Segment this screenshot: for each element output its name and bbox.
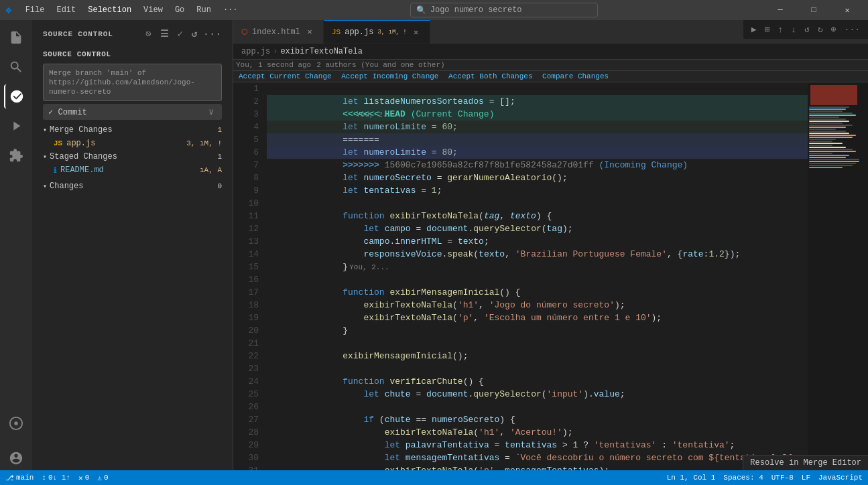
code-line-15[interactable] — [267, 261, 808, 273]
code-line-8[interactable]: let tentativas = 1; — [267, 171, 808, 184]
account-icon[interactable] — [4, 446, 28, 470]
code-line-19[interactable]: } — [267, 311, 808, 324]
redo-button[interactable]: ↻ — [815, 23, 826, 36]
code-line-14[interactable]: } — [267, 248, 808, 261]
window-minimize-button[interactable]: — — [765, 0, 796, 20]
code-editor[interactable]: 1 2 3 4 5 6 7 8 9 10 11 12 13 14 — [233, 82, 808, 470]
line-numbers: 1 2 3 4 5 6 7 8 9 10 11 12 13 14 — [233, 82, 267, 470]
branch-indicator[interactable]: ⎇ main — [5, 474, 34, 482]
accept-incoming-change-button[interactable]: Accept Incoming Change — [341, 72, 438, 80]
file-md-icon: ℹ — [54, 166, 56, 175]
code-line-20[interactable] — [267, 324, 808, 337]
line-ending-indicator[interactable]: LF — [802, 474, 810, 482]
window-close-button[interactable]: ✕ — [832, 0, 863, 20]
merge-file-name: app.js — [66, 139, 182, 148]
code-line-5[interactable]: let numeroLimite = 80; — [267, 133, 808, 146]
commit-message-box[interactable]: Merge branch 'main' of https://github.co… — [43, 64, 222, 101]
code-line-25[interactable] — [267, 388, 808, 401]
code-line-9[interactable] — [267, 184, 808, 197]
code-line-11[interactable]: let campo = document.querySelector(tag); — [267, 210, 808, 222]
scm-header: SOURCE CONTROL — [38, 48, 227, 61]
merge-changes-file-appjs[interactable]: JS app.js 3, ıM, ! — [38, 137, 227, 149]
more-editor-options-icon[interactable]: ··· — [842, 23, 863, 36]
menu-selection[interactable]: Selection — [82, 4, 137, 16]
breadcrumb-function[interactable]: exibirTextoNaTela — [280, 47, 362, 56]
commit-button-row[interactable]: ✓ Commit ∨ — [43, 104, 222, 120]
language-indicator[interactable]: JavaScript — [818, 474, 863, 482]
split-editor-button[interactable]: ⊞ — [762, 23, 773, 36]
code-line-26[interactable]: if (chute == numeroSecreto) { — [267, 401, 808, 413]
code-line-30[interactable]: exibirTextoNaTela('p', mensagemTentativa… — [267, 452, 808, 464]
menu-view[interactable]: View — [138, 4, 168, 16]
tab-html-close-button[interactable]: ✕ — [304, 27, 315, 38]
code-line-22[interactable] — [267, 350, 808, 362]
line-column-indicator[interactable]: Ln 1, Col 1 — [667, 474, 716, 482]
window-maximize-button[interactable]: □ — [798, 0, 829, 20]
menu-go[interactable]: Go — [170, 4, 190, 16]
spaces-indicator[interactable]: Spaces: 4 — [723, 474, 763, 482]
code-line-3[interactable]: let numeroLimite = 60; — [267, 108, 808, 121]
code-line-29[interactable]: let mensagemTentativas = `Você descobriu… — [267, 439, 808, 452]
extensions-icon[interactable] — [4, 143, 28, 167]
run-debug-icon[interactable] — [4, 114, 28, 138]
menu-edit[interactable]: Edit — [51, 4, 81, 16]
code-line-21[interactable]: exibirMensagemInicial(); — [267, 337, 808, 350]
accept-current-change-button[interactable]: Accept Current Change — [239, 72, 332, 80]
code-line-4[interactable]: ======= — [267, 121, 808, 133]
commit-dropdown-icon[interactable]: ∨ — [206, 107, 216, 117]
error-number: 0 — [85, 474, 90, 482]
code-line-6[interactable]: >>>>>>> 15600c7e19650a82cf87f8b1fe582458… — [267, 146, 808, 159]
commit-button[interactable]: ✓ Commit — [48, 107, 87, 117]
search-icon[interactable] — [4, 55, 28, 79]
tab-index-html[interactable]: ⬡ index.html ✕ — [233, 20, 324, 44]
scm-graph-icon[interactable]: ⎋ — [143, 27, 154, 41]
code-line-23[interactable]: function verificarChute() { — [267, 362, 808, 375]
editor-area: ⬡ index.html ✕ JS app.js 3, ıM, ! ✕ ▶ ⊞ … — [233, 20, 868, 470]
warning-icon: ⚠ — [97, 474, 102, 482]
staged-changes-section-header[interactable]: ▾ Staged Changes 1 — [38, 149, 227, 164]
scm-views-icon[interactable]: ☰ — [158, 27, 172, 41]
code-line-28[interactable]: let palavraTentativa = tentativas > 1 ? … — [267, 426, 808, 439]
tab-js-close-button[interactable]: ✕ — [411, 27, 422, 38]
global-search-box[interactable]: 🔍 Jogo numero secreto — [410, 3, 598, 17]
code-line-17[interactable]: exibirTextoNaTela('h1', 'Jogo do número … — [267, 286, 808, 299]
menu-file[interactable]: File — [20, 4, 50, 16]
encoding-indicator[interactable]: UTF-8 — [771, 474, 794, 482]
code-line-12[interactable]: campo.innerHTML = texto; — [267, 222, 808, 235]
code-line-18[interactable]: exibirTextoNaTela('p', 'Escolha um númer… — [267, 299, 808, 311]
explorer-icon[interactable] — [4, 25, 28, 50]
resolve-in-merge-editor-button[interactable]: Resolve in Merge Editor — [743, 455, 868, 470]
undo-button[interactable]: ↺ — [802, 23, 812, 36]
code-line-31[interactable]: document.getElementById('reiniciar').rem… — [267, 464, 808, 470]
warning-count[interactable]: ⚠ 0 — [97, 474, 108, 482]
navigate-down-button[interactable]: ↓ — [788, 23, 799, 36]
tab-app-js[interactable]: JS app.js 3, ıM, ! ✕ — [324, 20, 430, 44]
code-line-7[interactable]: let numeroSecreto = gerarNumeroAleatorio… — [267, 159, 808, 171]
code-line-2[interactable]: <<<<<<< HEAD (Current Change) — [267, 95, 808, 108]
staged-changes-file-readme[interactable]: ℹ README.md ıA, A — [38, 164, 227, 176]
code-line-1[interactable]: let listadeNumerosSorteados = []; You, 2… — [267, 82, 808, 95]
navigate-up-button[interactable]: ↑ — [775, 23, 786, 36]
sync-status[interactable]: ↕ 0↓ 1↑ — [42, 474, 70, 482]
breadcrumb-file[interactable]: app.js — [241, 47, 270, 56]
changes-section-header[interactable]: ▾ Changes 0 — [38, 179, 227, 194]
compare-changes-button[interactable]: Compare Changes — [542, 72, 609, 80]
menu-run[interactable]: Run — [191, 4, 216, 16]
blame-info-bar: You, 1 second ago 2 authors (You and one… — [233, 60, 868, 71]
merge-changes-section-header[interactable]: ▾ Merge Changes 1 — [38, 123, 227, 137]
code-line-13[interactable]: responsiveVoice.speak(texto, 'Brazilian … — [267, 235, 808, 248]
scm-check-icon[interactable]: ✓ — [175, 27, 186, 41]
scm-refresh-icon[interactable]: ↺ — [189, 27, 200, 41]
accept-both-changes-button[interactable]: Accept Both Changes — [448, 72, 532, 80]
toggle-layout-button[interactable]: ⊕ — [828, 23, 839, 36]
code-line-16[interactable]: function exibirMensagemInicial() { — [267, 273, 808, 286]
scm-more-icon[interactable]: ··· — [203, 29, 222, 40]
run-button[interactable]: ▶ — [749, 23, 759, 36]
error-count[interactable]: ✕ 0 — [78, 474, 89, 482]
source-control-icon[interactable] — [4, 84, 28, 109]
menu-more[interactable]: ··· — [218, 4, 243, 16]
code-line-24[interactable]: let chute = document.querySelector('inpu… — [267, 375, 808, 388]
remote-icon[interactable] — [4, 411, 28, 435]
code-line-27[interactable]: exibirTextoNaTela('h1', 'Acertou!'); — [267, 413, 808, 426]
code-line-10[interactable]: function exibirTextoNaTela(tag, texto) { — [267, 197, 808, 210]
